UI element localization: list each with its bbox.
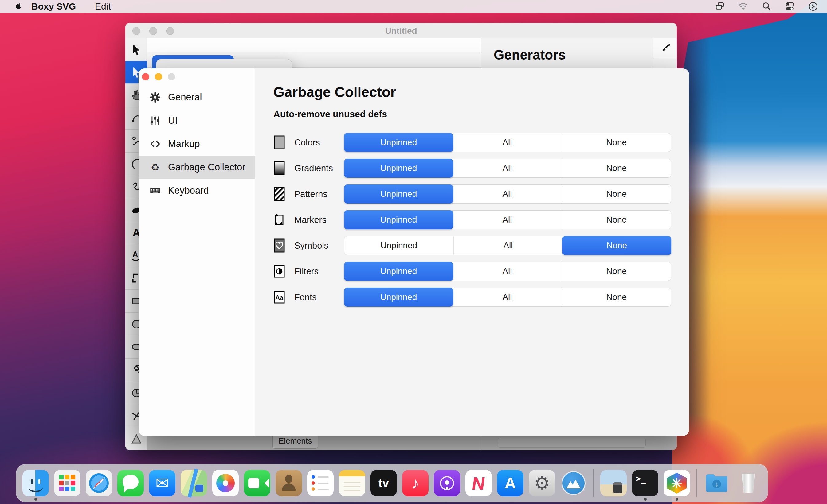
fonts-swatch-icon: [274, 290, 285, 304]
dock-separator[interactable]: [696, 469, 697, 497]
symbols-swatch-icon: [274, 238, 285, 253]
bottom-tab-bar: [147, 435, 677, 450]
segment-unpinned[interactable]: Unpinned: [344, 262, 453, 281]
segment-all[interactable]: All: [453, 262, 562, 281]
dock-mail[interactable]: [149, 470, 176, 496]
menu-item-edit[interactable]: Edit: [95, 1, 111, 12]
dock-mountain-app[interactable]: [561, 470, 587, 496]
filters-swatch-icon: [274, 264, 285, 279]
dock-terminal[interactable]: [632, 470, 658, 496]
circle-chevron-icon[interactable]: [808, 1, 818, 12]
dialog-minimize-button[interactable]: [155, 73, 162, 80]
menu-bar: Boxy SVG Edit: [0, 0, 827, 13]
segment-none[interactable]: None: [562, 211, 671, 229]
defs-row: Gradients Unpinned All None: [274, 159, 689, 178]
sidebar-item-markup[interactable]: Markup: [139, 132, 255, 156]
segment-unpinned[interactable]: Unpinned: [344, 184, 453, 204]
sidebar-item-ui[interactable]: UI: [139, 109, 255, 132]
search-icon[interactable]: [761, 1, 772, 12]
dock-hex-flower-app[interactable]: [664, 470, 690, 496]
dock-trash[interactable]: [735, 470, 762, 496]
bottom-bar-divider: [481, 435, 481, 450]
dialog-close-button[interactable]: [142, 73, 149, 80]
segment-none[interactable]: None: [562, 133, 671, 152]
settings-content: Garbage Collector Auto-remove unused def…: [255, 68, 689, 436]
keyboard-icon: [150, 185, 161, 196]
dock-preview[interactable]: [600, 470, 627, 496]
apple-menu-icon[interactable]: [13, 1, 23, 12]
dock-launchpad[interactable]: [54, 470, 81, 496]
running-indicator: [644, 498, 647, 501]
dock-contacts[interactable]: [276, 470, 302, 496]
dock-safari[interactable]: [86, 470, 112, 496]
sidebar-item-general[interactable]: General: [139, 86, 255, 109]
dock-news[interactable]: [466, 470, 492, 496]
segment-all[interactable]: All: [453, 133, 562, 152]
window-title: Untitled: [125, 26, 677, 36]
wifi-icon[interactable]: [738, 1, 748, 12]
gradients-swatch-icon: [274, 161, 285, 176]
dock-downloads[interactable]: [703, 470, 730, 496]
segmented-control: Unpinned All None: [344, 288, 671, 306]
segment-none[interactable]: None: [562, 236, 671, 255]
window-titlebar[interactable]: Untitled: [125, 23, 677, 38]
segment-all[interactable]: All: [453, 236, 563, 255]
dock-facetime[interactable]: [244, 470, 270, 496]
segment-unpinned[interactable]: Unpinned: [344, 236, 453, 255]
segment-all[interactable]: All: [453, 288, 562, 306]
segmented-control: Unpinned All None: [344, 133, 671, 152]
dock-messages[interactable]: [117, 470, 144, 496]
segment-all[interactable]: All: [453, 211, 562, 229]
sidebar-item-keyboard[interactable]: Keyboard: [139, 179, 255, 202]
dock-music[interactable]: [402, 470, 429, 496]
gear-icon: [150, 92, 161, 103]
patterns-swatch-icon: [274, 187, 285, 201]
segment-all[interactable]: All: [453, 185, 562, 203]
segment-none[interactable]: None: [562, 262, 671, 281]
running-indicator: [35, 498, 37, 501]
dock-app-store[interactable]: [497, 470, 524, 496]
running-indicator: [676, 498, 678, 501]
segmented-control: Unpinned All None: [344, 236, 671, 255]
sidebar-item-garbage-collector[interactable]: Garbage Collector: [139, 156, 255, 179]
paint-panel-subtab[interactable]: [653, 59, 677, 68]
menu-app-name[interactable]: Boxy SVG: [31, 1, 76, 12]
segment-none[interactable]: None: [562, 159, 671, 177]
code-icon: [150, 138, 161, 150]
wallpaper-sky: [671, 0, 827, 504]
segment-unpinned[interactable]: Unpinned: [344, 288, 453, 306]
paint-panel-tab[interactable]: [653, 38, 677, 59]
defs-rows: Colors Unpinned All None Gradients Unpin…: [274, 133, 689, 306]
dock-finder[interactable]: [22, 470, 49, 496]
settings-dialog: General UI Markup Garbage Collec: [139, 68, 689, 436]
defs-row: Fonts Unpinned All None: [274, 288, 689, 306]
segmented-control: Unpinned All None: [344, 184, 671, 204]
segment-unpinned[interactable]: Unpinned: [344, 210, 453, 229]
settings-sidebar: General UI Markup Garbage Collec: [139, 68, 255, 436]
segment-unpinned[interactable]: Unpinned: [344, 133, 453, 152]
defs-row: Markers Unpinned All None: [274, 210, 689, 229]
select-tool-icon: [130, 43, 143, 56]
dock-apple-tv[interactable]: [371, 470, 397, 496]
dock-photos[interactable]: [212, 470, 239, 496]
windows-icon[interactable]: [715, 1, 725, 12]
segment-none[interactable]: None: [562, 288, 671, 306]
segment-all[interactable]: All: [453, 159, 562, 177]
defs-row: Colors Unpinned All None: [274, 133, 689, 152]
dock-notes[interactable]: [339, 470, 365, 496]
dock-system-preferences[interactable]: [529, 470, 555, 496]
settings-sidebar-list: General UI Markup Garbage Collec: [139, 86, 255, 202]
dock-podcasts[interactable]: [434, 470, 460, 496]
dock-separator[interactable]: [593, 469, 594, 497]
segment-none[interactable]: None: [562, 185, 671, 203]
bottom-bar-inset-panel: [498, 438, 646, 448]
segmented-control: Unpinned All None: [344, 210, 671, 229]
dock-reminders[interactable]: [307, 470, 334, 496]
desktop: Boxy SVG Edit Untitled: [0, 0, 827, 504]
defs-row: Symbols Unpinned All None: [274, 236, 689, 255]
dock-maps[interactable]: [181, 470, 207, 496]
segment-unpinned[interactable]: Unpinned: [344, 159, 453, 178]
control-center-icon[interactable]: [785, 1, 795, 12]
defs-row: Patterns Unpinned All None: [274, 184, 689, 204]
menu-status-icons: [715, 1, 818, 12]
